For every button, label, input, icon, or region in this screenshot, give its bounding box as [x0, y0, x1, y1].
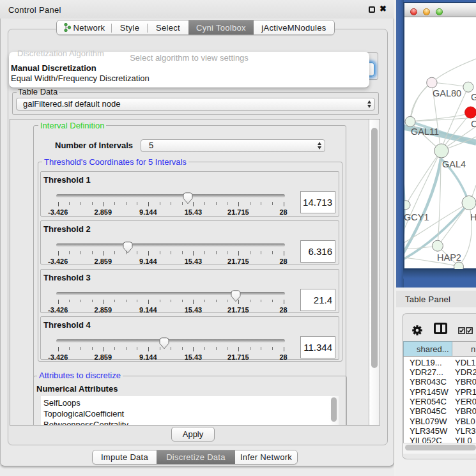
- svg-text:GAL11: GAL11: [411, 127, 439, 137]
- svg-text:H: H: [470, 212, 476, 222]
- svg-text:GAL4: GAL4: [442, 159, 466, 169]
- svg-text:C: C: [471, 119, 476, 129]
- svg-text:GCY1: GCY1: [404, 212, 429, 222]
- svg-text:HAP2: HAP2: [437, 252, 461, 263]
- svg-text:GAL80: GAL80: [433, 88, 461, 98]
- svg-text:GA: GA: [471, 92, 476, 102]
